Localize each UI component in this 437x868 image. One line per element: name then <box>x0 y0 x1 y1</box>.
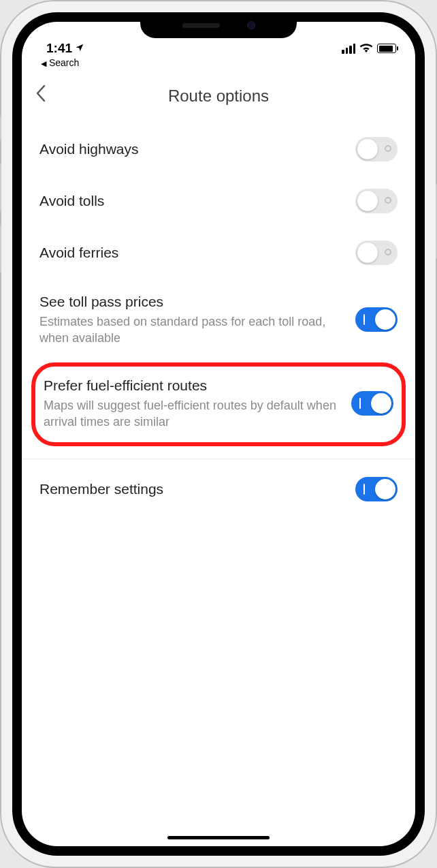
back-to-app[interactable]: ◀ Search <box>22 57 415 69</box>
screen: 1:41 ◀ Search <box>22 22 415 846</box>
phone-frame: 1:41 ◀ Search <box>0 0 437 868</box>
location-icon <box>75 41 84 56</box>
wifi-icon <box>359 41 373 56</box>
status-time: 1:41 <box>46 41 72 56</box>
notch <box>140 12 297 38</box>
home-indicator[interactable] <box>167 836 270 839</box>
page-title: Route options <box>35 87 402 106</box>
volume-down-button <box>0 225 1 273</box>
phone-bezel: 1:41 ◀ Search <box>12 12 425 856</box>
row-remember-settings[interactable]: Remember settings <box>22 463 415 515</box>
toggle-avoid-ferries[interactable] <box>355 241 398 265</box>
row-toll-prices[interactable]: See toll pass prices Estimates based on … <box>22 279 415 360</box>
toggle-remember-settings[interactable] <box>355 477 398 501</box>
label-avoid-highways: Avoid highways <box>39 140 347 159</box>
row-fuel-efficient[interactable]: Prefer fuel-efficient routes Maps will s… <box>44 376 393 430</box>
sub-fuel-efficient: Maps will suggest fuel-efficient routes … <box>44 398 343 430</box>
row-avoid-tolls[interactable]: Avoid tolls <box>22 175 415 227</box>
label-toll-prices: See toll pass prices <box>39 292 347 311</box>
back-triangle-icon: ◀ <box>41 59 46 67</box>
toggle-avoid-tolls[interactable] <box>355 189 398 213</box>
label-fuel-efficient: Prefer fuel-efficient routes <box>44 376 343 395</box>
toggle-toll-prices[interactable] <box>355 307 398 332</box>
label-remember-settings: Remember settings <box>39 480 347 499</box>
battery-icon <box>377 44 396 53</box>
toggle-fuel-efficient[interactable] <box>351 391 393 416</box>
toggle-avoid-highways[interactable] <box>355 137 398 161</box>
row-avoid-highways[interactable]: Avoid highways <box>22 123 415 175</box>
back-app-label: Search <box>49 57 79 68</box>
cellular-icon <box>342 44 355 54</box>
highlight-annotation: Prefer fuel-efficient routes Maps will s… <box>31 362 406 446</box>
label-avoid-ferries: Avoid ferries <box>39 243 347 262</box>
section-divider <box>22 459 415 459</box>
label-avoid-tolls: Avoid tolls <box>39 191 347 211</box>
volume-up-button <box>0 164 1 211</box>
sub-toll-prices: Estimates based on standard pass for eac… <box>39 314 347 346</box>
row-avoid-ferries[interactable]: Avoid ferries <box>22 227 415 279</box>
mute-switch <box>0 116 1 140</box>
options-list: Avoid highways Avoid tolls Avoid ferries… <box>22 117 415 515</box>
